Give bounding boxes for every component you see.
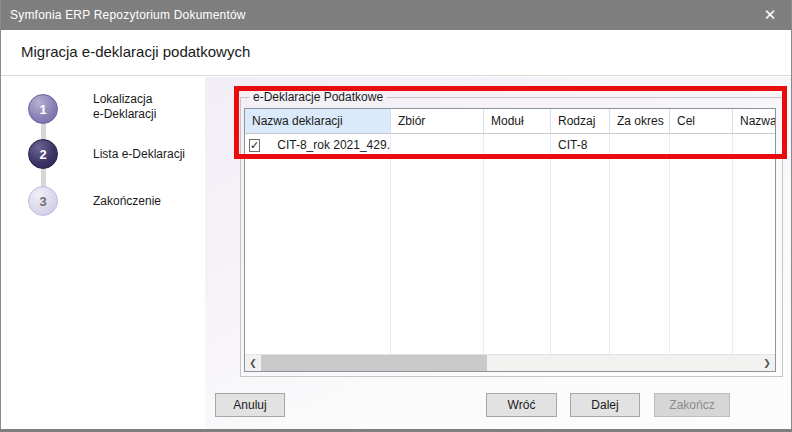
- column-header-za-okres[interactable]: Za okres: [610, 109, 670, 134]
- window-title: Symfonia ERP Repozytorium Dokumentów: [0, 8, 246, 22]
- table-row-cell-cel[interactable]: [670, 134, 733, 156]
- declarations-table: Nazwa deklaracji Zbiór Moduł Rodzaj Za o…: [244, 108, 776, 372]
- table-row-cell-za-okres[interactable]: [610, 134, 670, 156]
- horizontal-scrollbar[interactable]: ❮ ❯: [245, 354, 775, 371]
- step-number: 2: [39, 147, 46, 162]
- dialog-header: Migracja e-deklaracji podatkowych: [0, 30, 792, 76]
- title-bar: Symfonia ERP Repozytorium Dokumentów: [0, 0, 792, 30]
- scroll-left-button[interactable]: ❮: [245, 355, 261, 371]
- table-body-filler: [245, 156, 391, 354]
- table-body-filler: [733, 156, 775, 354]
- declaration-name: CIT-8_rok 2021_429...: [277, 134, 391, 156]
- step-label-lokalizacja: Lokalizacja e-Deklaracji: [93, 92, 156, 122]
- column-header-nazwa[interactable]: Nazwa: [733, 109, 775, 134]
- scroll-right-icon: ❯: [763, 358, 771, 368]
- back-button[interactable]: Wróć: [486, 393, 557, 417]
- table-body-filler: [551, 156, 610, 354]
- next-button[interactable]: Dalej: [570, 393, 640, 417]
- close-icon: ✕: [764, 6, 777, 24]
- cancel-button[interactable]: Anuluj: [215, 393, 285, 417]
- row-checkbox-checked[interactable]: ✓: [249, 139, 260, 152]
- column-header-cel[interactable]: Cel: [670, 109, 733, 134]
- page-title: Migracja e-deklaracji podatkowych: [21, 43, 250, 60]
- column-header-modul[interactable]: Moduł: [484, 109, 551, 134]
- window-border: [0, 0, 1, 432]
- dialog-window: Symfonia ERP Repozytorium Dokumentów ✕ M…: [0, 0, 792, 432]
- step-number: 1: [39, 102, 46, 117]
- scroll-right-button[interactable]: ❯: [759, 355, 775, 371]
- groupbox-title: e-Deklaracje Podatkowe: [249, 90, 387, 104]
- step-badge-2-active: 2: [28, 139, 58, 169]
- finish-button-disabled: Zakończ: [654, 393, 730, 417]
- column-header-nazwa-deklaracji[interactable]: Nazwa deklaracji: [245, 109, 391, 134]
- step-label-lista: Lista e-Deklaracji: [93, 147, 185, 162]
- table-row-cell-nazwa[interactable]: [733, 134, 775, 156]
- groupbox-edeklaracje: e-Deklaracje Podatkowe Nazwa deklaracji …: [240, 97, 783, 377]
- column-header-zbior[interactable]: Zbiór: [391, 109, 484, 134]
- step-label-zakonczenie: Zakończenie: [93, 194, 161, 209]
- checkmark-icon: ✓: [250, 140, 259, 151]
- table-body-filler: [391, 156, 484, 354]
- table-body-filler: [484, 156, 551, 354]
- table-row-cell-name[interactable]: ✓ CIT-8_rok 2021_429...: [245, 134, 391, 156]
- close-button[interactable]: ✕: [748, 0, 792, 30]
- table-row-cell-zbior[interactable]: [391, 134, 484, 156]
- table-body-filler: [610, 156, 670, 354]
- scroll-left-icon: ❮: [249, 358, 257, 368]
- step-badge-3: 3: [28, 186, 58, 216]
- table-body-filler: [670, 156, 733, 354]
- scrollbar-thumb[interactable]: [261, 355, 487, 371]
- step-badge-1: 1: [28, 94, 58, 124]
- column-header-rodzaj[interactable]: Rodzaj: [551, 109, 610, 134]
- table-row-cell-modul[interactable]: [484, 134, 551, 156]
- table-row-cell-rodzaj[interactable]: CIT-8: [551, 134, 610, 156]
- step-number: 3: [39, 194, 46, 209]
